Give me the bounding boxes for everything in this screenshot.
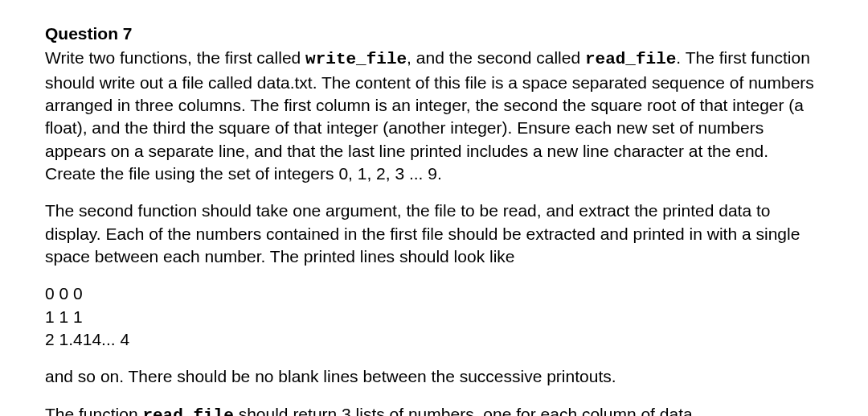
paragraph-4: The function read_file should return 3 l… <box>45 403 823 416</box>
paragraph-1: Write two functions, the first called wr… <box>45 47 823 185</box>
output-line: 0 0 0 <box>45 282 823 305</box>
text-segment: . The first function should write out a … <box>45 48 814 183</box>
output-line: 1 1 1 <box>45 306 823 328</box>
code-read-file: read_file <box>142 406 233 416</box>
text-segment: should return 3 lists of numbers, one fo… <box>234 405 698 416</box>
text-segment: , and the second called <box>407 48 585 67</box>
output-line: 2 1.414... 4 <box>45 328 823 351</box>
code-write-file: write_file <box>305 50 407 68</box>
question-heading: Question 7 <box>45 23 823 45</box>
code-read-file: read_file <box>585 50 676 68</box>
paragraph-3: and so on. There should be no blank line… <box>45 365 823 388</box>
paragraph-2: The second function should take one argu… <box>45 200 823 268</box>
text-segment: The function <box>45 405 142 416</box>
example-output: 0 0 0 1 1 1 2 1.414... 4 <box>45 282 823 351</box>
text-segment: Write two functions, the first called <box>45 48 305 67</box>
